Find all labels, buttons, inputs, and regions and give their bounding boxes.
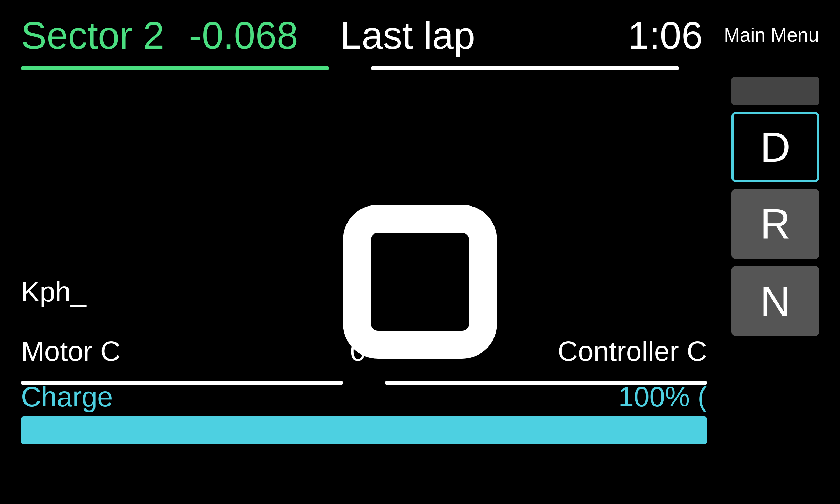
controller-label: Controller C <box>558 335 707 368</box>
gear-button-R[interactable]: R <box>732 189 819 259</box>
last-lap-time: 1:06 <box>487 13 703 57</box>
svg-rect-1 <box>371 233 469 331</box>
charge-value: 100% ( <box>618 381 707 413</box>
gear-button-N[interactable]: N <box>732 266 819 336</box>
motor-row: Motor C 0o Controller C <box>21 335 707 368</box>
sector-label: Sector 2 <box>21 13 168 57</box>
charge-bar-container <box>21 416 707 444</box>
motor-value: 0o <box>168 335 558 368</box>
charge-row: Charge 100% ( <box>21 381 707 413</box>
sector-delta: -0.068 <box>189 13 298 57</box>
main-container: Sector 2 -0.068 Last lap 1:06 Main Menu … <box>0 0 840 504</box>
last-lap-label: Last lap <box>340 13 487 57</box>
charge-bar-fill <box>21 416 707 444</box>
charge-label: Charge <box>21 381 113 413</box>
right-panel: D R N <box>732 77 819 336</box>
kph-label: Kph_ <box>21 276 86 308</box>
gear-indicator-small <box>732 77 819 105</box>
main-menu-button[interactable]: Main Menu <box>724 24 819 46</box>
motor-label: Motor C <box>21 335 168 368</box>
gear-button-D[interactable]: D <box>732 112 819 182</box>
top-bar: Sector 2 -0.068 Last lap 1:06 Main Menu <box>0 0 840 59</box>
